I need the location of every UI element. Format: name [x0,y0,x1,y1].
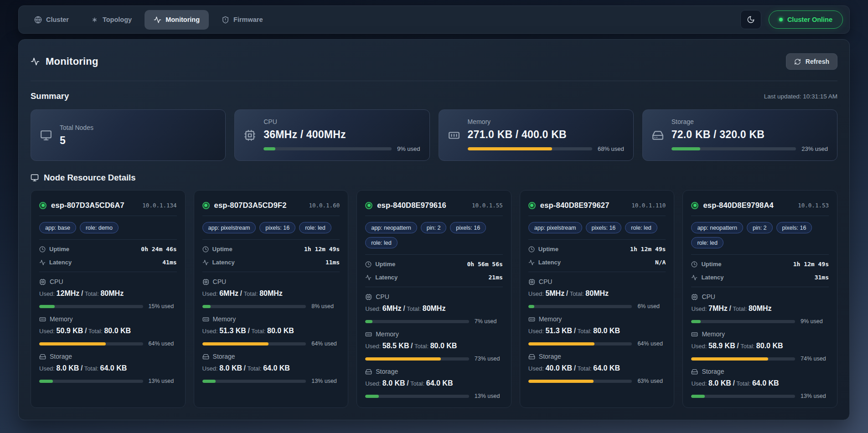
percent-used-label: 73% used [475,356,503,362]
cluster-status-button[interactable]: Cluster Online [769,10,843,29]
theme-toggle-button[interactable] [740,10,761,29]
last-updated-text: Last updated: 10:31:15 AM [764,93,837,100]
node-card: esp-807D3A5CD6A7 10.0.1.134 app: baserol… [31,190,186,408]
progress-bar-fill [39,305,55,308]
badge-row: app: pixelstreampixels: 16role: led [202,216,340,239]
tab-cluster[interactable]: Cluster [25,10,78,30]
progress-bar [691,395,795,398]
cpu-section-header: CPU [365,293,503,300]
percent-used-label: 63% used [637,378,666,384]
node-badge: app: neopattern [365,222,417,233]
node-online-dot-icon [202,202,210,209]
node-badge: app: neopattern [691,222,743,233]
cpu-section-header: CPU [691,293,829,300]
storage-section: Storage Used: 40.0 KB / Total: 64.0 KB 6… [528,347,666,384]
memory-section-header: Memory [202,315,340,323]
node-ip: 10.0.1.110 [631,202,666,209]
tab-label: Topology [103,16,132,23]
cpu-usage-line: Used: 12MHz / Total: 80MHz [39,289,177,298]
node-online-dot-icon [691,202,698,209]
latency-label: Latency [202,259,235,266]
memory-progress: 64% used [528,340,666,347]
percent-used-label: 23% used [801,145,828,152]
node-stats: Uptime 0h 56m 56s Latency 21ms [365,255,503,287]
memory-icon [202,316,209,323]
cpu-section: CPU Used: 12MHz / Total: 80MHz 15% used [39,272,177,309]
memory-section-header: Memory [365,330,503,338]
node-badge: pixels: 16 [586,222,622,233]
progress-bar [468,147,592,150]
tab-label: Cluster [46,16,69,23]
clock-icon [365,261,372,268]
progress-bar [691,320,795,323]
status-dot-icon [779,18,783,21]
cpu-section: CPU Used: 6MHz / Total: 80MHz 7% used [365,287,503,325]
node-stats: Uptime 1h 12m 49s Latency 31ms [691,255,829,287]
percent-used-label: 13% used [149,378,177,384]
tab-firmware[interactable]: Firmware [212,10,272,30]
summary-card-label: Total Nodes [60,124,216,131]
activity-icon [202,259,209,266]
node-name: esp-840D8E979627 [540,201,610,210]
progress-bar [264,147,392,150]
progress-bar-fill [202,305,211,308]
node-badge: role: led [365,237,397,248]
progress-bar-fill [691,357,768,361]
storage-progress: 13% used [691,393,829,399]
summary-card-icon [652,129,664,141]
memory-section: Memory Used: 50.9 KB / Total: 80.0 KB 64… [39,309,177,347]
latency-label: Latency [528,259,561,266]
uptime-value: 1h 12m 49s [793,261,829,268]
cpu-section-header: CPU [39,278,177,285]
node-badge: pixels: 16 [259,222,295,233]
latency-row: Latency 31ms [691,274,829,281]
summary-card: Memory 271.0 KB / 400.0 KB 68% used [439,109,634,161]
activity-icon [528,259,535,266]
hard-drive-icon [528,353,535,360]
summary-card: CPU 36MHz / 400MHz 9% used [234,109,429,161]
tab-monitoring[interactable]: Monitoring [145,10,209,30]
memory-progress: 74% used [691,356,829,362]
memory-progress: 73% used [365,356,503,362]
storage-section-header: Storage [365,368,503,375]
storage-section: Storage Used: 8.0 KB / Total: 64.0 KB 13… [39,347,177,384]
progress-bar-fill [39,342,106,345]
badge-row: app: pixelstreampixels: 16role: led [528,216,666,239]
node-card-header: esp-840D8E979616 10.0.1.55 [365,197,503,216]
progress-bar [365,395,469,398]
memory-usage-line: Used: 50.9 KB / Total: 80.0 KB [39,327,177,335]
memory-usage-line: Used: 51.3 KB / Total: 80.0 KB [202,327,340,335]
progress-bar-fill [528,342,595,345]
uptime-label: Uptime [691,261,721,268]
percent-used-label: 13% used [475,393,503,399]
node-badge: pixels: 16 [776,222,812,233]
progress-bar-fill [39,380,53,383]
percent-used-label: 13% used [801,393,829,399]
progress-bar [672,147,796,150]
storage-usage-line: Used: 8.0 KB / Total: 64.0 KB [202,364,340,372]
summary-grid: Total Nodes 5 CPU 36MHz / 400MHz 9% used [31,109,837,161]
activity-icon [31,57,40,66]
summary-card-icon [40,129,52,141]
latency-label: Latency [691,274,723,281]
node-card: esp-807D3A5CD9F2 10.0.1.60 app: pixelstr… [194,190,349,408]
progress-bar-fill [365,357,441,361]
latency-row: Latency N/A [528,259,666,266]
progress-bar-fill [672,147,700,150]
refresh-label: Refresh [806,58,829,65]
monitor-icon [31,174,39,182]
uptime-label: Uptime [39,246,69,253]
refresh-button[interactable]: Refresh [786,53,837,70]
progress-bar-fill [264,147,275,150]
cluster-status-label: Cluster Online [787,16,832,23]
tab-topology[interactable]: Topology [82,10,141,30]
topology-icon [91,16,98,24]
storage-usage-line: Used: 8.0 KB / Total: 64.0 KB [365,379,503,387]
progress-bar-fill [528,305,535,308]
node-stats: Uptime 0h 24m 46s Latency 41ms [39,240,177,272]
node-badge: pin: 2 [421,222,447,233]
memory-icon [365,331,372,338]
summary-card-body: Storage 72.0 KB / 320.0 KB 23% used [672,118,828,152]
cpu-usage-line: Used: 5MHz / Total: 80MHz [528,289,666,298]
activity-icon [365,274,372,281]
